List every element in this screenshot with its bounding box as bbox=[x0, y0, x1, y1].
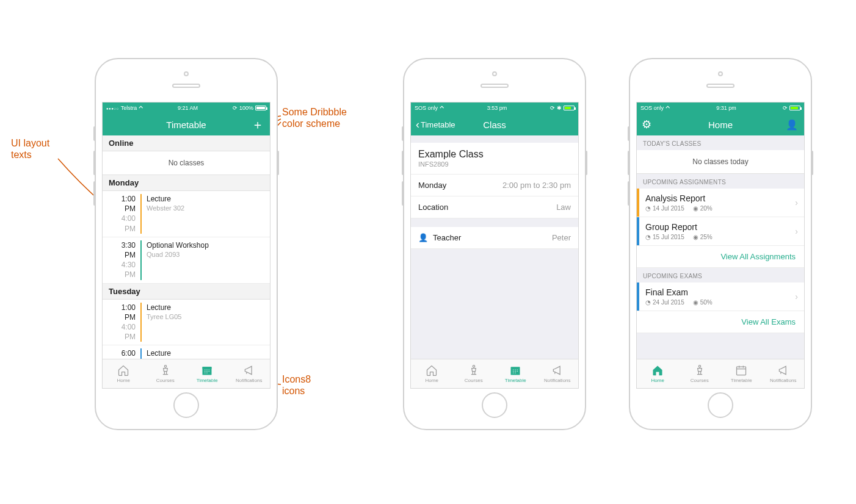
day-label: Monday bbox=[418, 181, 446, 190]
tab-label: Notifications bbox=[544, 378, 571, 383]
assignment-date: 15 Jul 2015 bbox=[653, 234, 684, 240]
back-button[interactable]: ‹Timetable bbox=[416, 118, 455, 131]
empty-row: No classes bbox=[103, 151, 270, 175]
carrier-label: Telstra bbox=[121, 105, 137, 111]
tab-timetable[interactable]: Timetable bbox=[186, 359, 228, 388]
home-icon bbox=[425, 364, 438, 376]
day-header-online: Online bbox=[103, 135, 270, 151]
tab-label: Courses bbox=[156, 378, 175, 383]
chevron-right-icon: › bbox=[795, 292, 804, 301]
tab-label: Home bbox=[117, 378, 130, 383]
class-title: Lecture bbox=[147, 348, 264, 358]
annotation-icons8: Icons8icons bbox=[282, 373, 311, 397]
home-button[interactable] bbox=[708, 392, 733, 418]
tab-notifications[interactable]: Notifications bbox=[763, 359, 805, 388]
clock-icon: ◔ bbox=[645, 205, 651, 212]
exam-title: Final Exam bbox=[645, 287, 789, 297]
tab-label: Notifications bbox=[770, 378, 797, 383]
assignment-pct: 25% bbox=[700, 234, 713, 240]
weight-icon: ◉ bbox=[693, 234, 698, 240]
home-button[interactable] bbox=[173, 392, 199, 418]
tab-courses[interactable]: Courses bbox=[453, 359, 495, 388]
location-label: Location bbox=[418, 203, 448, 212]
wifi-icon bbox=[440, 104, 444, 112]
teacher-row[interactable]: 👤Teacher Peter bbox=[411, 227, 578, 249]
view-all-assignments[interactable]: View All Assignments bbox=[637, 246, 804, 268]
tab-label: Home bbox=[651, 378, 664, 383]
tab-timetable[interactable]: Timetable bbox=[720, 359, 763, 388]
battery-percent: 100% bbox=[239, 105, 253, 111]
location-value: Law bbox=[556, 203, 571, 212]
nav-bar: ‹Timetable Class bbox=[411, 113, 578, 135]
profile-button[interactable]: 👤 bbox=[786, 119, 798, 131]
assignment-row[interactable]: Group Report ◔15 Jul 2015 ◉25% › bbox=[637, 217, 804, 246]
battery-icon bbox=[789, 106, 800, 110]
home-button[interactable] bbox=[482, 392, 507, 418]
class-info-block: Example Class INFS2809 Monday 2:00 pm to… bbox=[411, 143, 578, 218]
tab-home[interactable]: Home bbox=[637, 359, 679, 388]
upcoming-assignments-header: UPCOMING ASSIGNMENTS bbox=[637, 174, 804, 189]
megaphone-icon bbox=[551, 364, 564, 376]
class-code: INFS2809 bbox=[418, 160, 571, 168]
tab-timetable[interactable]: Timetable bbox=[495, 359, 537, 388]
view-all-exams[interactable]: View All Exams bbox=[637, 311, 804, 333]
signal-icon bbox=[106, 105, 119, 111]
add-button[interactable]: ＋ bbox=[252, 117, 264, 133]
class-title: Lecture bbox=[147, 194, 264, 204]
schedule-row: Monday 2:00 pm to 2:30 pm bbox=[411, 175, 578, 196]
settings-button[interactable]: ⚙ bbox=[642, 118, 651, 131]
megaphone-icon bbox=[777, 364, 790, 376]
today-classes-header: TODAY'S CLASSES bbox=[637, 135, 804, 150]
chevron-right-icon: › bbox=[795, 226, 804, 236]
assignment-date: 14 Jul 2015 bbox=[653, 205, 684, 212]
tab-notifications[interactable]: Notifications bbox=[537, 359, 579, 388]
podium-icon bbox=[159, 364, 172, 376]
podium-icon bbox=[693, 364, 706, 376]
class-start: 1:00 PM bbox=[109, 303, 136, 322]
carrier-label: SOS only bbox=[640, 105, 664, 111]
status-bar: SOS only 9:31 pm ⟳ bbox=[637, 103, 804, 113]
exam-row[interactable]: Final Exam ◔24 Jul 2015 ◉50% › bbox=[637, 283, 804, 311]
svg-point-0 bbox=[164, 365, 166, 367]
tab-bar: Home Courses Timetable Notifications bbox=[637, 359, 804, 388]
status-bar: Telstra 9:21 AM ⟳100% bbox=[103, 103, 270, 113]
tab-bar: Home Courses Timetable Notifications bbox=[103, 359, 270, 388]
tab-label: Timetable bbox=[731, 378, 752, 383]
class-row[interactable]: 1:00 PM4:00 PM LectureTyree LG05 bbox=[103, 300, 270, 346]
tab-home[interactable]: Home bbox=[103, 359, 145, 388]
nav-bar: Timetable ＋ bbox=[103, 113, 270, 135]
tab-label: Timetable bbox=[197, 378, 218, 383]
tab-label: Home bbox=[426, 378, 438, 383]
wifi-icon bbox=[666, 104, 670, 112]
class-detail-content[interactable]: Example Class INFS2809 Monday 2:00 pm to… bbox=[411, 135, 578, 359]
assignment-row[interactable]: Analysis Report ◔14 Jul 2015 ◉20% › bbox=[637, 189, 804, 217]
home-icon bbox=[117, 364, 130, 376]
tab-courses[interactable]: Courses bbox=[145, 359, 187, 388]
tab-notifications[interactable]: Notifications bbox=[228, 359, 270, 388]
class-name: Example Class bbox=[418, 149, 571, 160]
status-time: 3:53 pm bbox=[487, 105, 507, 111]
day-header-tuesday: Tuesday bbox=[103, 284, 270, 300]
class-title: Lecture bbox=[147, 303, 264, 312]
annotation-dribbble: Some Dribbblecolor scheme bbox=[282, 106, 347, 129]
svg-rect-6 bbox=[737, 367, 746, 375]
weight-icon: ◉ bbox=[693, 205, 698, 212]
tab-home[interactable]: Home bbox=[411, 359, 453, 388]
status-bar: SOS only 3:53 pm ⟳✱ bbox=[411, 103, 578, 113]
class-end: 4:00 PM bbox=[109, 214, 136, 233]
class-row[interactable]: 1:00 PM4:00 PM LectureWebster 302 bbox=[103, 191, 270, 237]
svg-point-5 bbox=[698, 365, 700, 367]
calendar-icon bbox=[734, 364, 748, 376]
clock-icon: ◔ bbox=[645, 234, 651, 240]
timetable-content[interactable]: Online No classes Monday 1:00 PM4:00 PM … bbox=[103, 135, 270, 359]
nav-title: Home bbox=[708, 120, 733, 130]
class-title: Optional Workshop bbox=[147, 240, 264, 250]
weight-icon: ◉ bbox=[693, 299, 698, 306]
class-row[interactable]: 6:00 PM9:00 PM LectureLaw 162 bbox=[103, 345, 270, 359]
megaphone-icon bbox=[242, 364, 256, 376]
home-content[interactable]: TODAY'S CLASSES No classes today UPCOMIN… bbox=[637, 135, 804, 359]
phone-home: SOS only 9:31 pm ⟳ ⚙ Home 👤 TODAY'S CLAS… bbox=[629, 58, 812, 430]
teacher-label: Teacher bbox=[433, 233, 461, 242]
tab-courses[interactable]: Courses bbox=[679, 359, 721, 388]
class-row[interactable]: 3:30 PM4:30 PM Optional WorkshopQuad 209… bbox=[103, 237, 270, 284]
